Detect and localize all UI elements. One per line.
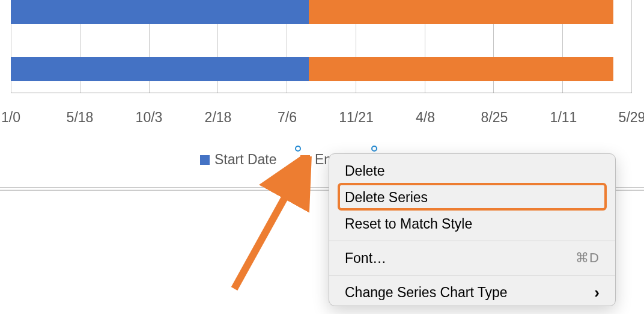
legend-item-end-date[interactable]: En xyxy=(300,152,332,168)
menu-item-delete-series[interactable]: Delete Series xyxy=(329,184,615,211)
menu-item-label: Delete xyxy=(345,163,384,179)
svg-line-0 xyxy=(234,167,302,289)
menu-separator xyxy=(329,275,615,276)
chart-plot-area[interactable] xyxy=(11,0,632,93)
menu-item-label: Reset to Match Style xyxy=(345,216,472,232)
menu-item-reset-to-match-style[interactable]: Reset to Match Style xyxy=(329,211,615,237)
menu-item-delete[interactable]: Delete xyxy=(329,158,615,184)
legend-item-start-date[interactable]: Start Date xyxy=(200,152,277,168)
menu-item-shortcut: ⌘D xyxy=(576,250,600,266)
menu-item-label: Change Series Chart Type xyxy=(345,285,508,301)
x-tick: 7/6 xyxy=(278,109,297,126)
bar-start-date-row-1[interactable] xyxy=(11,0,309,24)
selection-handle[interactable] xyxy=(371,146,377,152)
selection-handle[interactable] xyxy=(295,165,301,171)
selection-handle[interactable] xyxy=(295,146,301,152)
legend-label-start-date: Start Date xyxy=(214,152,277,168)
bar-end-date-row-2[interactable] xyxy=(309,57,613,81)
x-axis-line xyxy=(11,93,632,93)
menu-item-change-series-chart-type[interactable]: Change Series Chart Type › xyxy=(329,279,615,306)
menu-separator xyxy=(329,241,615,241)
x-tick: 5/29 xyxy=(619,109,644,126)
x-tick: 11/21 xyxy=(339,109,374,126)
x-tick: 1/0 xyxy=(1,109,20,126)
menu-item-label: Font… xyxy=(345,250,386,266)
x-tick: 8/25 xyxy=(481,109,508,126)
menu-item-label: Delete Series xyxy=(345,189,428,206)
x-tick: 1/11 xyxy=(550,109,577,126)
legend-swatch-end-date xyxy=(300,155,310,165)
bar-end-date-row-1[interactable] xyxy=(309,0,613,24)
x-tick: 5/18 xyxy=(67,109,94,126)
chevron-right-icon: › xyxy=(594,283,600,302)
x-tick: 4/8 xyxy=(416,109,435,126)
context-menu: Delete Delete Series Reset to Match Styl… xyxy=(329,153,616,306)
x-tick: 2/18 xyxy=(205,109,232,126)
bar-start-date-row-2[interactable] xyxy=(11,57,309,81)
gridline xyxy=(631,0,632,93)
x-axis: 1/0 5/18 10/3 2/18 7/6 11/21 4/8 8/25 1/… xyxy=(0,109,644,128)
menu-item-font[interactable]: Font… ⌘D xyxy=(329,245,615,271)
annotation-arrow-icon xyxy=(216,156,324,295)
x-tick: 10/3 xyxy=(136,109,163,126)
legend-swatch-start-date xyxy=(200,155,210,165)
